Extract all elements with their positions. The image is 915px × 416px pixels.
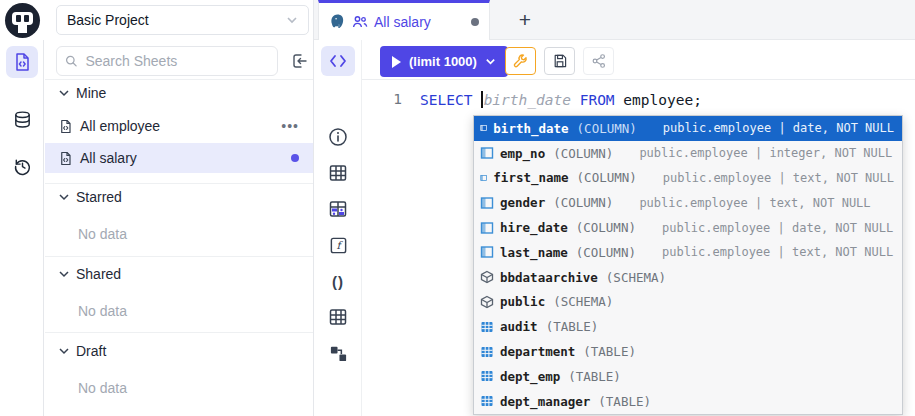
unsaved-dot-icon: [471, 18, 479, 26]
sheet-file-icon: [58, 151, 73, 166]
section-draft[interactable]: Draft: [58, 343, 106, 359]
sheet-file-icon: [58, 119, 73, 134]
chevron-down-icon: [485, 56, 496, 67]
svg-text:f: f: [336, 239, 343, 251]
editor-tool-strip: f (): [314, 40, 362, 416]
logo-face: [12, 12, 33, 25]
column-icon: [480, 221, 494, 235]
section-label: Mine: [76, 85, 106, 101]
sheet-name: All salary: [80, 150, 137, 166]
column-icon: [480, 196, 494, 210]
autocomplete-popup: birth_date (COLUMN) public.employee | da…: [473, 115, 903, 415]
suggestion-gender[interactable]: gender (COLUMN) public.employee | text, …: [474, 190, 902, 215]
column-icon: [480, 121, 487, 135]
sheets-panel: Mine All employee ••• All salary: [45, 40, 313, 416]
project-name: Basic Project: [67, 12, 149, 28]
run-label: (limit 1000): [409, 54, 477, 69]
line-number: 1: [376, 91, 402, 107]
strip-workflow-button[interactable]: [327, 342, 349, 364]
sql-text: employee;: [623, 92, 702, 108]
section-starred[interactable]: Starred: [58, 189, 122, 205]
sheet-item-all-salary[interactable]: All salary: [45, 143, 313, 173]
project-selector[interactable]: Basic Project: [56, 5, 309, 35]
import-icon: [290, 52, 308, 70]
suggestion-emp-no[interactable]: emp_no (COLUMN) public.employee | intege…: [474, 141, 902, 166]
info-icon: [328, 127, 348, 147]
sheet-item-all-employee[interactable]: All employee •••: [45, 111, 313, 141]
share-icon: [591, 53, 607, 69]
schema-icon: [480, 295, 494, 309]
share-button[interactable]: [583, 47, 614, 75]
function-icon: f: [329, 236, 348, 255]
sheet-more-icon[interactable]: •••: [281, 118, 299, 134]
suggestion-dept-manager[interactable]: dept_manager (TABLE): [474, 389, 902, 414]
schema-icon: [480, 270, 494, 284]
section-mine[interactable]: Mine: [58, 85, 106, 101]
ghost-suggestion: birth_date: [484, 92, 571, 108]
suggestion-dept-emp[interactable]: dept_emp (TABLE): [474, 364, 902, 389]
new-tab-button[interactable]: +: [510, 6, 540, 34]
sql-keyword: FROM: [580, 92, 615, 108]
tab-strip: All salary +: [314, 0, 915, 40]
suggestion-birth-date[interactable]: birth_date (COLUMN) public.employee | da…: [474, 116, 902, 141]
suggestion-hire-date[interactable]: hire_date (COLUMN) public.employee | dat…: [474, 215, 902, 240]
unsaved-dot-icon: [291, 154, 299, 162]
suggestion-audit[interactable]: audit (TABLE): [474, 314, 902, 339]
empty-state: No data: [78, 380, 127, 396]
table-icon: [328, 307, 348, 327]
rail-database-button[interactable]: [6, 104, 38, 136]
left-rail: [0, 40, 44, 416]
sheet-search[interactable]: [56, 46, 278, 76]
editor-line-1[interactable]: 1 SELECT birth_date FROM employee;: [362, 88, 702, 110]
section-label: Starred: [76, 189, 122, 205]
app-logo-icon[interactable]: [5, 3, 40, 38]
section-label: Shared: [76, 266, 121, 282]
wrench-icon: [512, 53, 529, 70]
sql-editor-app: Basic Project All salary +: [0, 0, 915, 416]
rail-worksheet-button[interactable]: [6, 46, 38, 78]
table-icon: [480, 394, 494, 408]
suggestion-last-name[interactable]: last_name (COLUMN) public.employee | tex…: [474, 240, 902, 265]
sql-keyword: SELECT: [420, 92, 472, 108]
suggestion-bbdataarchive[interactable]: bbdataarchive (SCHEMA): [474, 265, 902, 290]
editor-toolbar: (limit 1000): [362, 40, 915, 80]
format-wrench-button[interactable]: [505, 47, 536, 75]
chevron-down-icon: [58, 345, 70, 357]
table-icon: [480, 320, 494, 334]
play-icon: [392, 56, 401, 68]
postgresql-icon: [329, 13, 346, 30]
search-input[interactable]: [83, 52, 269, 70]
strip-parentheses-button[interactable]: (): [327, 270, 349, 292]
section-shared[interactable]: Shared: [58, 266, 121, 282]
strip-info-button[interactable]: [327, 126, 349, 148]
workflow-icon: [329, 344, 348, 363]
section-label: Draft: [76, 343, 106, 359]
suggestion-public[interactable]: public (SCHEMA): [474, 290, 902, 315]
column-icon: [480, 245, 494, 259]
suggestion-first-name[interactable]: first_name (COLUMN) public.employee | te…: [474, 166, 902, 191]
strip-table2-button[interactable]: [327, 306, 349, 328]
run-query-button[interactable]: (limit 1000): [380, 46, 508, 77]
table-icon: [328, 163, 348, 183]
database-icon: [12, 110, 33, 131]
chevron-down-icon: [58, 191, 70, 203]
search-icon: [65, 54, 77, 68]
save-button[interactable]: [544, 47, 575, 75]
chevron-down-icon: [58, 268, 70, 280]
rail-history-button[interactable]: [6, 150, 38, 182]
table-data-icon: [328, 199, 348, 219]
tab-all-salary[interactable]: All salary: [318, 0, 490, 40]
chevron-down-icon: [286, 14, 298, 26]
strip-table-data-button[interactable]: [327, 198, 349, 220]
strip-code-button[interactable]: [321, 46, 355, 76]
strip-function-button[interactable]: f: [327, 234, 349, 256]
suggestion-department[interactable]: department (TABLE): [474, 339, 902, 364]
text-cursor: [481, 91, 483, 108]
tab-title: All salary: [374, 14, 431, 30]
strip-table-button[interactable]: [327, 162, 349, 184]
column-icon: [480, 171, 487, 185]
empty-state: No data: [78, 303, 127, 319]
import-sheet-button[interactable]: [288, 50, 310, 72]
save-icon: [552, 53, 568, 69]
table-icon: [480, 345, 494, 359]
